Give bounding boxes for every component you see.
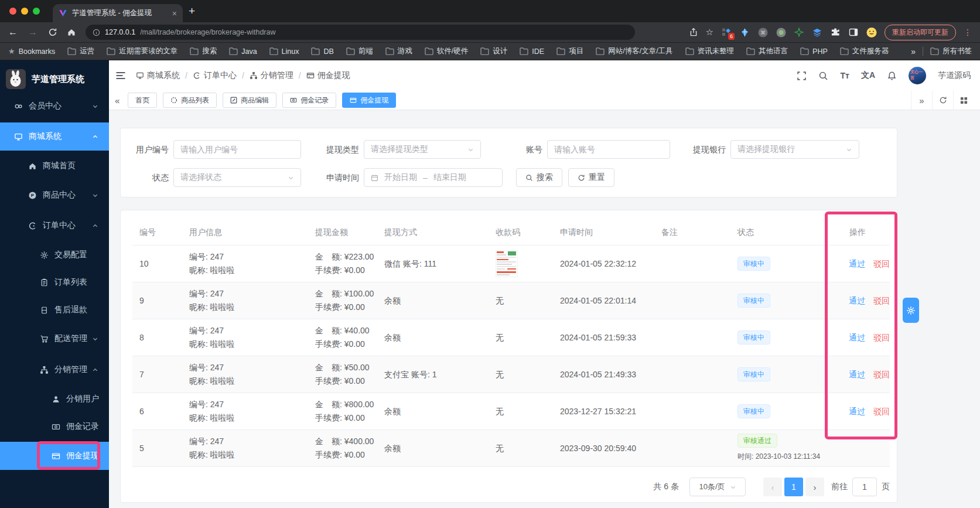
reject-link[interactable]: 驳回 [873, 332, 890, 344]
sidebar-item-distribution-users[interactable]: 分销用户 [0, 385, 109, 413]
profile-avatar-emoji-icon[interactable] [866, 27, 877, 37]
sidebar-item-order-list[interactable]: 订单列表 [0, 268, 109, 296]
sidebar-item-brokerage-records[interactable]: 佣金记录 [0, 412, 109, 441]
hamburger-menu-icon[interactable] [115, 70, 127, 81]
withdraw-type-select[interactable]: 请选择提现类型 [364, 140, 481, 159]
sidebar-item-member-center[interactable]: 会员中心 [0, 92, 109, 120]
bookmarks-overflow-icon[interactable]: » [911, 47, 916, 56]
reject-link[interactable]: 驳回 [873, 369, 890, 381]
user-no-input-field[interactable] [180, 145, 294, 154]
address-bar[interactable]: 127.0.0.1/mall/trade/brokerage/brokerage… [86, 25, 635, 40]
window-minimize-button[interactable] [21, 8, 28, 15]
sidebar-item-mall-system[interactable]: 商城系统 [0, 122, 109, 151]
restart-to-update-button[interactable]: 重新启动即可更新 [885, 25, 956, 40]
share-icon[interactable] [689, 28, 698, 37]
bookmark-folder[interactable]: 游戏 [385, 46, 412, 56]
bookmark-folder[interactable]: 资讯未整理 [685, 46, 735, 56]
approve-link[interactable]: 通过 [849, 332, 865, 344]
bookmark-folder[interactable]: 软件/硬件 [425, 46, 468, 56]
bookmark-folder[interactable]: 搜索 [190, 46, 217, 56]
extensions-puzzle-icon[interactable] [830, 27, 841, 37]
sidebar-item-brokerage-withdraw[interactable]: 佣金提现 [0, 442, 109, 470]
tags-expand-icon[interactable]: » [911, 91, 932, 110]
bell-icon[interactable] [887, 71, 897, 81]
status-select[interactable]: 请选择状态 [173, 168, 301, 187]
bookmark-star-icon[interactable]: ☆ [706, 27, 713, 37]
search-icon[interactable] [818, 71, 828, 81]
bookmarks-manager-link[interactable]: ★ Bookmarks [8, 47, 55, 56]
bookmark-folder[interactable]: Java [229, 47, 257, 56]
tags-collapse-icon[interactable]: « [115, 96, 119, 105]
sidebar-item-distribution-management[interactable]: 分销管理 [0, 356, 109, 384]
browser-tab[interactable]: 芋道管理系统 - 佣金提现 × [53, 4, 183, 22]
user-avatar[interactable]: 文心一言 [909, 67, 926, 84]
goto-page-input[interactable] [852, 478, 877, 496]
sidebar-item-order-center[interactable]: 订单中心 [0, 212, 109, 240]
reject-link[interactable]: 驳回 [873, 295, 890, 307]
reject-link[interactable]: 驳回 [873, 405, 890, 418]
bookmark-folder[interactable]: 近期需要读的文章 [107, 46, 177, 56]
page-size-select[interactable]: 10条/页 [689, 478, 746, 496]
fullscreen-icon[interactable] [797, 71, 807, 81]
breadcrumb-item-order-center[interactable]: 订单中心 [193, 70, 237, 81]
breadcrumb-item-mall-system[interactable]: 商城系统 [136, 70, 180, 81]
payment-code-image[interactable] [496, 250, 518, 277]
prev-page-button[interactable]: ‹ [763, 478, 782, 496]
tags-refresh-icon[interactable] [932, 91, 953, 110]
all-bookmarks-folder[interactable]: 所有书签 [930, 46, 972, 56]
reject-link[interactable]: 驳回 [873, 258, 890, 270]
bookmark-folder[interactable]: 其他语言 [746, 46, 788, 56]
sidebar-item-after-sale-refund[interactable]: 售后退款 [0, 296, 109, 324]
tag-home[interactable]: 首页 [128, 93, 157, 108]
user-no-input[interactable] [173, 140, 301, 159]
sidebar-item-mall-home[interactable]: 商城首页 [0, 152, 109, 180]
apply-time-range-picker[interactable]: 开始日期 – 结束日期 [364, 168, 503, 187]
ext-kite-icon[interactable] [739, 27, 750, 37]
tags-menu-grid-icon[interactable] [953, 91, 974, 110]
approve-link[interactable]: 通过 [849, 258, 865, 270]
font-size-icon[interactable]: Tт [840, 71, 849, 80]
ext-command-icon[interactable]: ⌘ [757, 27, 768, 37]
tag-product-list[interactable]: 商品列表 [163, 93, 217, 108]
site-info-icon[interactable] [93, 29, 100, 36]
tag-brokerage-records[interactable]: 佣金记录 [282, 93, 336, 108]
theme-settings-button[interactable] [903, 298, 919, 323]
approve-link[interactable]: 通过 [849, 295, 865, 307]
bookmark-folder[interactable]: PHP [800, 47, 828, 56]
side-panel-icon[interactable] [848, 27, 859, 37]
window-close-button[interactable] [9, 8, 16, 15]
approve-link[interactable]: 通过 [849, 369, 865, 381]
ext-layers-icon[interactable] [812, 27, 822, 37]
bank-select[interactable]: 请选择提现银行 [730, 140, 859, 159]
bookmark-folder[interactable]: 设计 [480, 46, 507, 56]
new-tab-button[interactable]: + [189, 4, 195, 19]
ext-recorder-icon[interactable] [776, 27, 786, 37]
bookmark-folder[interactable]: 前端 [346, 46, 373, 56]
bookmark-folder[interactable]: DB [311, 47, 333, 56]
next-page-button[interactable]: › [805, 478, 824, 496]
browser-menu-icon[interactable]: ⋮ [964, 28, 972, 37]
bookmark-folder[interactable]: IDE [520, 47, 544, 56]
app-logo[interactable]: 芋道管理系统 [0, 66, 109, 92]
language-icon[interactable]: 文A [861, 70, 875, 81]
account-input-field[interactable] [554, 145, 663, 154]
search-button[interactable]: 搜索 [516, 168, 562, 187]
ext-star-icon[interactable] [794, 27, 804, 37]
page-number-current[interactable]: 1 [784, 478, 803, 496]
sidebar-item-product-center[interactable]: P 商品中心 [0, 181, 109, 209]
approve-link[interactable]: 通过 [849, 405, 865, 418]
account-input[interactable] [547, 140, 670, 159]
tab-close-icon[interactable]: × [172, 9, 177, 18]
bookmark-folder[interactable]: 项目 [556, 46, 583, 56]
bookmark-folder[interactable]: 网站/博客/文章/工具 [596, 46, 672, 56]
reload-button[interactable] [48, 28, 57, 37]
bookmark-folder[interactable]: Linux [269, 47, 299, 56]
bookmark-folder[interactable]: 文件服务器 [840, 46, 889, 56]
bookmark-folder[interactable]: 运营 [67, 46, 94, 56]
back-button[interactable]: ← [8, 27, 18, 37]
window-zoom-button[interactable] [33, 8, 40, 15]
tag-brokerage-withdraw[interactable]: 佣金提现 [342, 93, 396, 108]
sidebar-item-trade-config[interactable]: 交易配置 [0, 241, 109, 269]
ext-blocks-icon[interactable]: 6 [721, 27, 732, 37]
reset-button[interactable]: 重置 [568, 168, 614, 187]
